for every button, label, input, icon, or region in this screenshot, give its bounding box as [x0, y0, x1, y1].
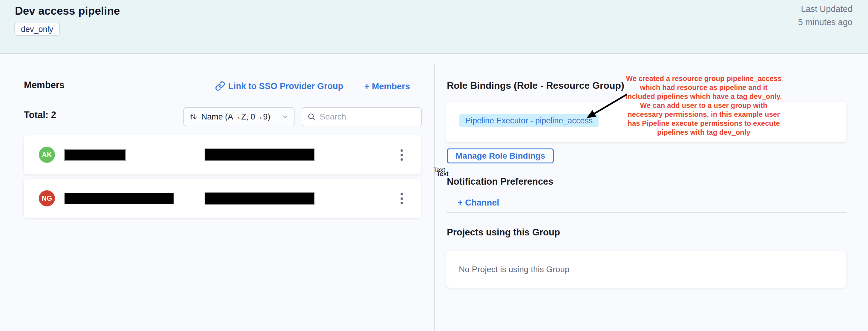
avatar: NG	[39, 190, 55, 206]
annotation-note: We created a resource group pipeline_acc…	[620, 74, 787, 137]
add-channel-button[interactable]: + Channel	[458, 198, 499, 208]
add-members-button[interactable]: + Members	[364, 82, 410, 91]
last-updated-value: 5 minutes ago	[798, 16, 852, 29]
user-group-detail-page: Dev access pipeline dev_only Last Update…	[0, 0, 868, 331]
panel-divider	[434, 64, 435, 331]
redacted-member-email	[205, 148, 314, 161]
sort-selected-value: Name (A→Z, 0→9)	[201, 112, 278, 122]
redacted-member-email	[205, 192, 314, 205]
stray-text-label: Text	[436, 170, 448, 178]
member-row: NG	[24, 179, 421, 218]
redacted-member-name	[64, 149, 126, 161]
details-panel: Role Bindings (Role - Resource Group) We…	[446, 64, 846, 331]
last-updated-block: Last Updated 5 minutes ago	[798, 2, 852, 29]
projects-heading: Projects using this Group	[447, 227, 560, 238]
add-members-label: + Members	[364, 82, 410, 91]
member-options-menu-button[interactable]	[396, 179, 408, 218]
page-title: Dev access pipeline	[15, 5, 120, 17]
projects-empty-message: No Project is using this Group	[459, 265, 569, 274]
manage-role-bindings-button[interactable]: Manage Role Bindings	[447, 148, 554, 163]
members-heading: Members	[24, 80, 64, 91]
chevron-down-icon	[281, 113, 289, 121]
members-total: Total: 2	[24, 110, 56, 120]
link-icon	[215, 81, 225, 91]
page-header: Dev access pipeline dev_only Last Update…	[0, 0, 868, 54]
member-row: AK	[24, 135, 421, 175]
sort-dropdown[interactable]: Name (A→Z, 0→9)	[183, 107, 294, 126]
members-panel: Members Link to SSO Provider Group + Mem…	[24, 64, 421, 331]
member-options-menu-button[interactable]	[396, 135, 408, 175]
link-to-sso-button[interactable]: Link to SSO Provider Group	[215, 81, 343, 91]
section-rule	[446, 212, 846, 213]
search-input[interactable]	[319, 112, 416, 122]
role-binding-chip[interactable]: Pipeline Executor - pipeline_access	[459, 114, 598, 127]
avatar: AK	[39, 147, 55, 163]
link-to-sso-label: Link to SSO Provider Group	[228, 81, 343, 91]
projects-card: No Project is using this Group	[446, 251, 846, 288]
annotation-arrow	[583, 91, 633, 125]
member-search	[302, 107, 422, 126]
notification-preferences-heading: Notification Preferences	[447, 176, 554, 187]
redacted-member-name	[64, 193, 174, 204]
search-icon	[307, 112, 316, 121]
last-updated-label: Last Updated	[798, 2, 852, 16]
sort-arrows-icon	[189, 112, 198, 121]
role-bindings-heading: Role Bindings (Role - Resource Group)	[447, 80, 624, 91]
group-tag-badge: dev_only	[14, 23, 60, 36]
